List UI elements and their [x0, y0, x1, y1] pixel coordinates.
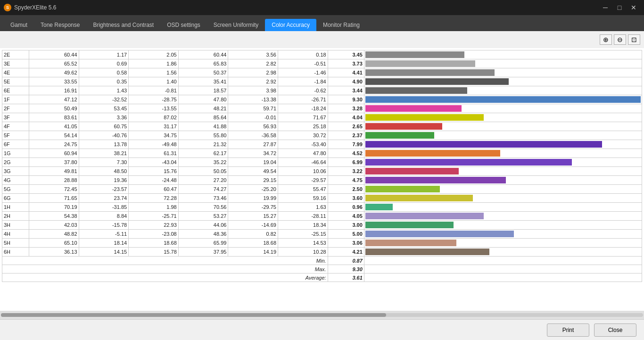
val5: 49.54: [228, 167, 278, 176]
delta: 4.21: [328, 248, 364, 257]
bar-cell: [364, 95, 642, 104]
delta: 4.05: [328, 212, 364, 221]
tab-brightness-contrast[interactable]: Brightness and Contrast: [86, 19, 160, 31]
print-button[interactable]: Print: [547, 323, 589, 337]
val3: 1.40: [129, 77, 179, 86]
summary-bar: [364, 257, 642, 265]
table-row: 5E 33.55 0.35 1.40 35.41 2.92 -1.84 4.90: [2, 77, 642, 86]
row-id: 2F: [2, 104, 29, 113]
tab-osd-settings[interactable]: OSD settings: [160, 19, 207, 31]
close-window-button[interactable]: ✕: [627, 1, 640, 14]
val4: 73.46: [178, 194, 228, 203]
val3: 61.31: [129, 149, 179, 158]
maximize-button[interactable]: □: [613, 1, 626, 14]
row-id: 1H: [2, 203, 29, 212]
val2: 14.15: [79, 248, 129, 257]
table-row: 2H 54.38 8.84 -25.71 53.27 15.27 -28.11 …: [2, 212, 642, 221]
delta: 2.65: [328, 122, 364, 131]
delta: 3.60: [328, 194, 364, 203]
val1: 54.14: [29, 131, 79, 140]
table-row: 3E 65.52 0.69 1.86 65.83 2.82 -0.51 3.73: [2, 59, 642, 68]
tab-screen-uniformity[interactable]: Screen Uniformity: [207, 19, 265, 31]
row-id: 4E: [2, 68, 29, 77]
val2: 0.69: [79, 59, 129, 68]
val1: 83.61: [29, 113, 79, 122]
delta: 6.99: [328, 158, 364, 167]
val5: 59.71: [228, 104, 278, 113]
table-row: 3G 49.81 48.50 15.76 50.05 49.54 10.06 3…: [2, 167, 642, 176]
bar-cell: [364, 230, 642, 239]
val4: 27.20: [178, 176, 228, 185]
val6: -28.11: [278, 212, 328, 221]
row-id: 4H: [2, 230, 29, 239]
val4: 18.57: [178, 86, 228, 95]
val5: 15.27: [228, 212, 278, 221]
app-title: SpyderXElite 5.6: [14, 4, 599, 11]
toolbar: ⊕ ⊖ ⊡: [0, 31, 644, 48]
val5: -14.69: [228, 221, 278, 230]
val3: 1.56: [129, 68, 179, 77]
val5: 2.98: [228, 68, 278, 77]
val5: -29.75: [228, 203, 278, 212]
val4: 37.95: [178, 248, 228, 257]
val6: -0.51: [278, 59, 328, 68]
bar-cell: [364, 194, 642, 203]
val2: 0.58: [79, 68, 129, 77]
content-scroll[interactable]: 2E 60.44 1.17 2.05 60.44 3.56 0.18 3.45 …: [0, 48, 644, 311]
val1: 65.10: [29, 239, 79, 248]
row-id: 2G: [2, 158, 29, 167]
table-row: 5G 72.45 -23.57 60.47 74.27 -25.20 55.47…: [2, 185, 642, 194]
zoom-fit-button[interactable]: ⊡: [628, 34, 640, 45]
val1: 48.82: [29, 230, 79, 239]
table-row: 4E 49.62 0.58 1.56 50.37 2.98 -1.46 4.41: [2, 68, 642, 77]
bar-cell: [364, 86, 642, 95]
row-id: 4G: [2, 176, 29, 185]
val6: 71.67: [278, 113, 328, 122]
val1: 41.05: [29, 122, 79, 131]
tab-gamut[interactable]: Gamut: [4, 19, 34, 31]
val3: 87.02: [129, 113, 179, 122]
row-id: 3F: [2, 113, 29, 122]
bar-cell: [364, 122, 642, 131]
bar-cell: [364, 149, 642, 158]
app-icon: S: [4, 4, 11, 11]
zoom-out-button[interactable]: ⊖: [614, 34, 626, 45]
val3: -43.04: [129, 158, 179, 167]
summary-bar: [364, 265, 642, 274]
val6: 1.63: [278, 203, 328, 212]
minimize-button[interactable]: ─: [599, 1, 612, 14]
val1: 47.12: [29, 95, 79, 104]
val1: 28.88: [29, 176, 79, 185]
val3: 31.17: [129, 122, 179, 131]
summary-label: Min.: [2, 257, 328, 265]
horizontal-scrollbar[interactable]: [0, 311, 644, 319]
val5: 3.56: [228, 50, 278, 59]
val3: -49.48: [129, 140, 179, 149]
val1: 60.44: [29, 50, 79, 59]
row-id: 3G: [2, 167, 29, 176]
delta: 5.00: [328, 230, 364, 239]
val3: 2.05: [129, 50, 179, 59]
zoom-in-button[interactable]: ⊕: [600, 34, 612, 45]
val2: 1.17: [79, 50, 129, 59]
tab-color-accuracy[interactable]: Color Accuracy: [265, 19, 316, 31]
val2: 38.21: [79, 149, 129, 158]
val5: 3.98: [228, 86, 278, 95]
delta: 3.73: [328, 59, 364, 68]
tab-monitor-rating[interactable]: Monitor Rating: [316, 19, 366, 31]
row-id: 1F: [2, 95, 29, 104]
val1: 70.19: [29, 203, 79, 212]
row-id: 2E: [2, 50, 29, 59]
row-id: 5E: [2, 77, 29, 86]
val4: 74.27: [178, 185, 228, 194]
summary-bar: [364, 274, 642, 282]
titlebar: S SpyderXElite 5.6 ─ □ ✕: [0, 0, 644, 15]
val2: -5.11: [79, 230, 129, 239]
val6: 47.80: [278, 149, 328, 158]
close-button[interactable]: Close: [594, 323, 636, 337]
table-row: 2G 37.80 7.30 -43.04 35.22 19.04 -46.64 …: [2, 158, 642, 167]
val6: -1.46: [278, 68, 328, 77]
val4: 41.88: [178, 122, 228, 131]
tab-tone-response[interactable]: Tone Response: [34, 19, 86, 31]
val3: -28.75: [129, 95, 179, 104]
